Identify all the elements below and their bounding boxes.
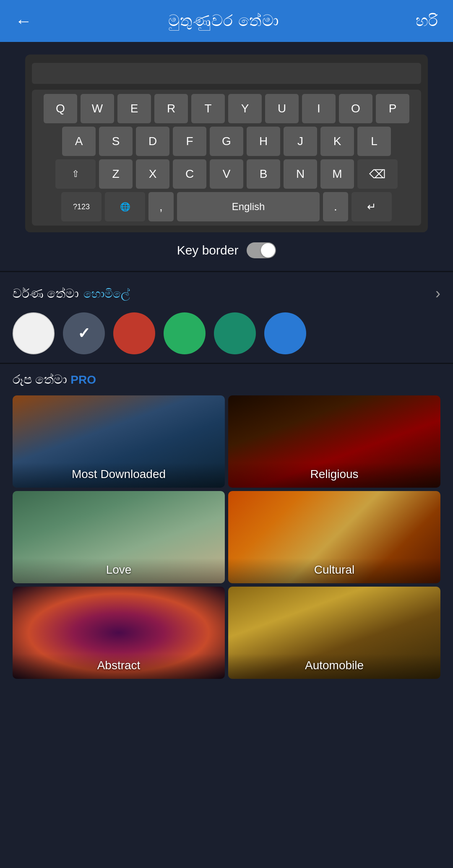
key-i[interactable]: I [302, 94, 336, 123]
keyboard-rows: Q W E R T Y U I O P A S D F G H J K [32, 90, 421, 226]
color-theme-header: වර්ණ තේමා හොමිලේ › [13, 285, 440, 302]
key-backspace[interactable]: ⌫ [357, 159, 398, 189]
swatch-selected-icon: ✓ [78, 325, 90, 342]
tile-label-abstract: Abstract [97, 659, 141, 672]
keyboard-row-1: Q W E R T Y U I O P [34, 94, 419, 123]
key-comma[interactable]: , [148, 192, 174, 221]
key-shift[interactable]: ⇧ [55, 159, 96, 189]
back-button[interactable]: ← [15, 12, 32, 31]
color-theme-section: වර්ණ තේමා හොමිලේ › ✓ [0, 272, 453, 363]
keyboard-top-bar [32, 63, 421, 84]
ok-button[interactable]: හරි [416, 12, 438, 30]
key-m[interactable]: M [320, 159, 354, 189]
image-theme-title-text: රූප තේමා [13, 372, 67, 386]
tile-religious[interactable]: Religious [228, 395, 440, 488]
key-d[interactable]: D [136, 127, 169, 156]
key-g[interactable]: G [210, 127, 243, 156]
keyboard-row-3: ⇧ Z X C V B N M ⌫ [34, 159, 419, 189]
app-header: ← මුතුණුවර තේමා හරි [0, 0, 453, 42]
key-j[interactable]: J [284, 127, 317, 156]
key-y[interactable]: Y [228, 94, 262, 123]
key-z[interactable]: Z [99, 159, 133, 189]
tile-label-most-downloaded: Most Downloaded [72, 468, 166, 481]
key-p[interactable]: P [376, 94, 409, 123]
key-enter[interactable]: ↵ [351, 192, 392, 221]
key-border-row: Key border [25, 242, 428, 258]
color-theme-title: වර්ණ තේමා [13, 286, 79, 300]
swatch-blue[interactable] [264, 312, 306, 354]
tile-automobile[interactable]: Automobile [228, 587, 440, 679]
tile-label-love: Love [106, 563, 132, 577]
key-s[interactable]: S [99, 127, 133, 156]
key-border-label: Key border [177, 243, 239, 257]
key-t[interactable]: T [191, 94, 225, 123]
keyboard-row-2: A S D F G H J K L [34, 127, 419, 156]
swatch-red[interactable] [113, 312, 155, 354]
image-theme-title: රූප තේමාPRO [13, 372, 440, 387]
key-k[interactable]: K [320, 127, 354, 156]
key-space[interactable]: English [177, 192, 320, 221]
tile-label-religious: Religious [310, 468, 358, 481]
key-numbers[interactable]: ?123 [61, 192, 102, 221]
keyboard-section: Q W E R T Y U I O P A S D F G H J K [0, 42, 453, 271]
page-title: මුතුණුවර තේමා [168, 12, 279, 30]
key-c[interactable]: C [173, 159, 206, 189]
key-globe[interactable]: 🌐 [105, 192, 145, 221]
key-period[interactable]: . [323, 192, 348, 221]
key-o[interactable]: O [339, 94, 372, 123]
key-h[interactable]: H [247, 127, 280, 156]
toggle-knob [261, 243, 275, 257]
key-q[interactable]: Q [44, 94, 77, 123]
chevron-right-icon[interactable]: › [435, 285, 440, 302]
tile-label-cultural: Cultural [314, 563, 354, 577]
key-e[interactable]: E [117, 94, 151, 123]
keyboard-preview: Q W E R T Y U I O P A S D F G H J K [25, 55, 428, 232]
tile-love[interactable]: Love [13, 491, 225, 583]
tile-label-automobile: Automobile [305, 659, 364, 672]
swatch-dark[interactable]: ✓ [63, 312, 105, 354]
key-border-toggle[interactable] [247, 242, 276, 258]
color-theme-title-group: වර්ණ තේමා හොමිලේ [13, 286, 130, 301]
swatch-white[interactable] [13, 312, 55, 354]
key-n[interactable]: N [284, 159, 317, 189]
swatch-teal[interactable] [214, 312, 256, 354]
key-b[interactable]: B [247, 159, 280, 189]
key-u[interactable]: U [265, 94, 299, 123]
tile-most-downloaded[interactable]: Most Downloaded [13, 395, 225, 488]
key-a[interactable]: A [62, 127, 96, 156]
key-v[interactable]: V [210, 159, 243, 189]
tile-cultural[interactable]: Cultural [228, 491, 440, 583]
swatch-green[interactable] [164, 312, 206, 354]
tile-abstract[interactable]: Abstract [13, 587, 225, 679]
pro-badge: PRO [70, 373, 96, 386]
key-f[interactable]: F [173, 127, 206, 156]
keyboard-row-4: ?123 🌐 , English . ↵ [34, 192, 419, 221]
color-swatches: ✓ [13, 312, 440, 354]
key-w[interactable]: W [81, 94, 114, 123]
key-x[interactable]: X [136, 159, 169, 189]
key-r[interactable]: R [154, 94, 188, 123]
color-theme-subtitle: හොමිලේ [83, 287, 130, 300]
theme-grid: Most Downloaded Religious Love Cultural [13, 395, 440, 679]
image-theme-section: රූප තේමාPRO Most Downloaded Religious Lo… [0, 364, 453, 691]
key-l[interactable]: L [357, 127, 391, 156]
